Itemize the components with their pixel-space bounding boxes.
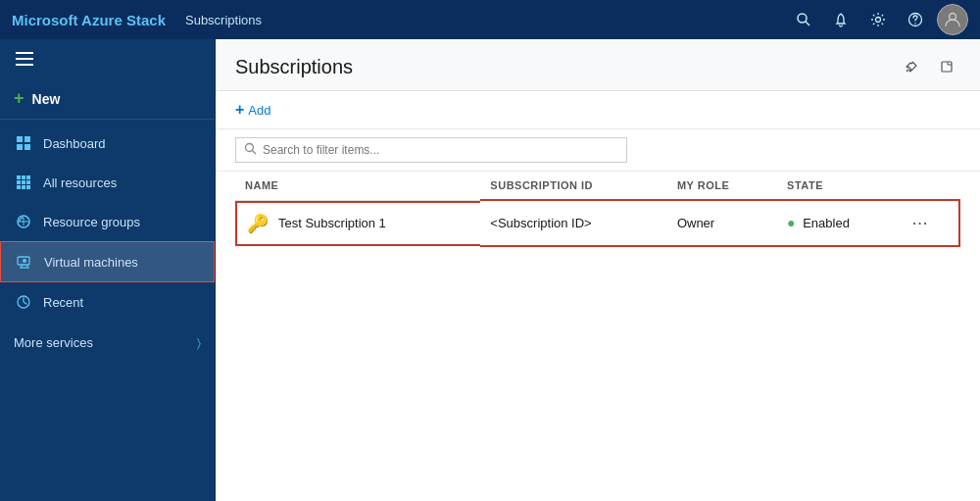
content-header-icons [898,53,960,80]
svg-rect-15 [26,175,30,179]
virtual-machines-icon [15,252,34,272]
more-services-label: More services [14,335,191,350]
sidebar: + New Dashboard [0,39,216,501]
svg-point-4 [914,23,915,24]
add-plus-icon: + [235,101,244,119]
sidebar-item-all-resources[interactable]: All resources [0,163,215,202]
svg-rect-29 [942,62,952,72]
sidebar-item-dashboard[interactable]: Dashboard [0,124,215,163]
content-body: + Add [216,91,980,501]
svg-rect-18 [26,180,30,184]
pin-icon[interactable] [898,53,925,80]
search-input-wrap[interactable] [235,137,627,163]
content-area: Subscriptions [216,39,980,501]
sidebar-item-virtual-machines[interactable]: Virtual machines [0,241,215,282]
sidebar-label-virtual-machines: Virtual machines [44,255,200,270]
dashboard-icon [14,133,33,153]
bell-icon[interactable] [825,4,857,35]
subscription-name-cell: 🔑 Test Subscription 1 [235,201,480,246]
sidebar-label-dashboard: Dashboard [43,136,201,151]
more-services-button[interactable]: More services 〉 [0,326,215,360]
col-name: NAME [235,172,480,200]
settings-icon[interactable] [862,4,894,35]
col-state: STATE [777,172,903,200]
svg-rect-9 [17,136,23,142]
add-label: Add [248,103,270,118]
svg-point-30 [246,144,254,152]
search-icon[interactable] [788,4,819,35]
header-subtitle: Subscriptions [185,13,788,27]
svg-rect-21 [26,185,30,189]
svg-rect-14 [22,175,25,179]
svg-rect-19 [17,185,21,189]
sidebar-label-resource-groups: Resource groups [43,215,201,229]
sidebar-item-resource-groups[interactable]: Resource groups [0,202,215,241]
key-icon: 🔑 [247,213,269,234]
sidebar-item-recent[interactable]: Recent [0,282,215,322]
new-label: New [32,91,61,107]
subscription-name: Test Subscription 1 [278,216,386,230]
col-actions [903,172,959,200]
subscription-state: Enabled [803,216,850,230]
svg-rect-13 [17,175,21,179]
svg-point-27 [23,259,26,263]
new-button[interactable]: + New [0,78,215,120]
search-icon-sm [244,142,257,158]
enabled-icon: ● [787,215,795,230]
svg-point-2 [876,18,881,23]
chevron-right-icon: 〉 [197,336,201,350]
new-plus-icon: + [14,88,24,109]
svg-rect-17 [22,180,25,184]
top-bar: Microsoft Azure Stack Subscriptions [0,0,980,39]
subscriptions-table: NAME SUBSCRIPTION ID MY ROLE STATE 🔑 Tes… [235,172,960,247]
svg-rect-11 [17,144,23,150]
add-button[interactable]: + Add [235,101,270,119]
search-row [216,129,980,172]
more-actions-button[interactable]: ··· [912,216,929,230]
hamburger-button[interactable] [0,39,39,78]
resource-groups-icon [14,212,33,231]
page-title: Subscriptions [235,56,353,78]
help-icon[interactable] [900,4,931,35]
search-input[interactable] [263,143,618,157]
sidebar-label-recent: Recent [43,295,201,310]
table-header-row: NAME SUBSCRIPTION ID MY ROLE STATE [235,172,959,200]
subscription-role-cell: Owner [667,200,777,246]
svg-line-1 [806,22,809,25]
maximize-icon[interactable] [933,53,960,80]
col-role: MY ROLE [667,172,777,200]
content-header: Subscriptions [216,39,980,91]
main-layout: + New Dashboard [0,39,980,501]
svg-line-31 [253,151,257,155]
svg-rect-12 [24,144,30,150]
subscription-id-cell: <Subscription ID> [480,200,667,246]
subscription-state-cell: ● Enabled [777,200,903,246]
svg-point-0 [798,14,807,23]
add-row: + Add [216,91,980,129]
top-bar-icons [788,4,968,35]
svg-rect-20 [22,185,25,189]
all-resources-icon [14,173,33,192]
table-row[interactable]: 🔑 Test Subscription 1 <Subscription ID> … [235,200,959,246]
svg-rect-16 [17,180,21,184]
col-subscription-id: SUBSCRIPTION ID [480,172,667,200]
table-container: NAME SUBSCRIPTION ID MY ROLE STATE 🔑 Tes… [216,172,980,247]
svg-rect-10 [24,136,30,142]
user-avatar[interactable] [937,4,968,35]
sidebar-label-all-resources: All resources [43,175,201,190]
app-title: Microsoft Azure Stack [12,12,166,28]
recent-icon [14,292,33,312]
subscription-actions-cell: ··· [903,200,959,246]
